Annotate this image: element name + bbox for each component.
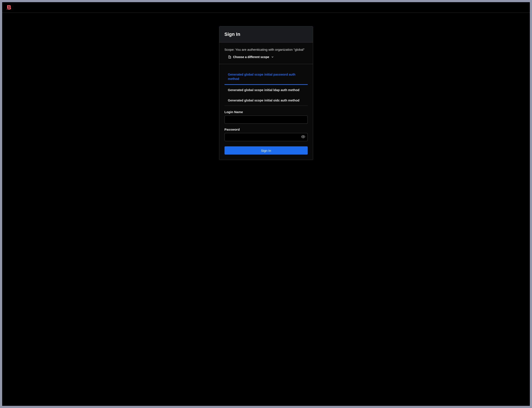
card-title: Sign In <box>225 32 308 37</box>
signin-button[interactable]: Sign In <box>225 146 308 154</box>
signin-card: Sign In Scope: You are authenticating wi… <box>219 26 313 160</box>
tab-label: Generated global scope initial ldap auth… <box>228 88 299 92</box>
choose-scope-label: Choose a different scope <box>233 55 269 59</box>
tab-ldap-auth[interactable]: Generated global scope initial ldap auth… <box>225 85 308 95</box>
building-icon <box>228 55 231 59</box>
tab-password-auth[interactable]: Generated global scope initial password … <box>225 69 308 85</box>
scope-section: Scope: You are authenticating with organ… <box>219 42 313 64</box>
form-section: Generated global scope initial password … <box>219 64 313 160</box>
choose-scope-button[interactable]: Choose a different scope <box>225 55 308 59</box>
tab-oidc-auth[interactable]: Generated global scope initial oidc auth… <box>225 95 308 106</box>
password-wrapper <box>225 133 308 141</box>
password-group: Password <box>225 128 308 141</box>
password-input[interactable] <box>225 133 308 141</box>
password-label: Password <box>225 128 308 131</box>
svg-rect-1 <box>7 9 8 9</box>
login-name-label: Login Name <box>225 110 308 114</box>
tab-label: Generated global scope initial password … <box>228 73 296 81</box>
login-name-group: Login Name <box>225 110 308 124</box>
signin-button-label: Sign In <box>261 149 271 153</box>
login-name-input[interactable] <box>225 116 308 124</box>
svg-rect-2 <box>228 56 230 58</box>
svg-rect-0 <box>7 9 7 9</box>
content-area: Sign In Scope: You are authenticating wi… <box>2 13 530 160</box>
scope-text: Scope: You are authenticating with organ… <box>225 48 308 51</box>
app-header <box>2 2 530 13</box>
brand-logo <box>7 5 12 10</box>
app-frame: Sign In Scope: You are authenticating wi… <box>2 2 530 406</box>
toggle-password-visibility-button[interactable] <box>300 134 306 140</box>
auth-method-tabs: Generated global scope initial password … <box>225 69 308 106</box>
eye-icon <box>301 135 305 139</box>
chevron-down-icon <box>271 55 274 59</box>
svg-point-3 <box>303 136 304 137</box>
tab-label: Generated global scope initial oidc auth… <box>228 99 299 102</box>
card-header: Sign In <box>219 26 313 42</box>
